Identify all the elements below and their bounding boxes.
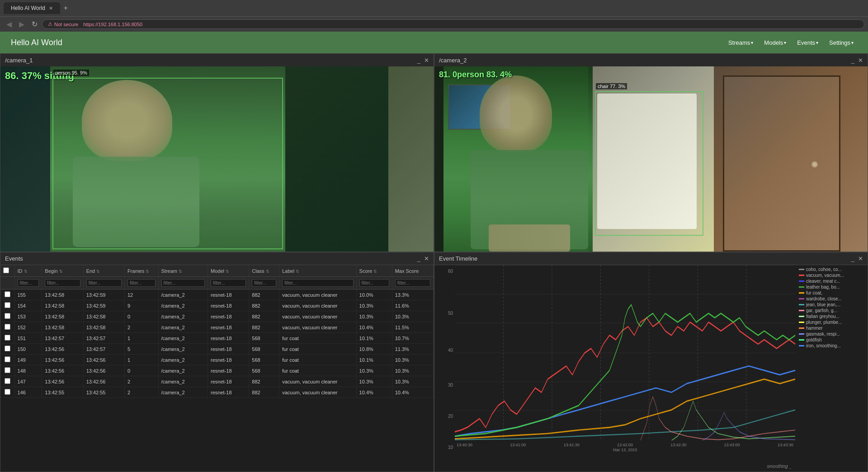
timeline-content: 60 50 40 30 20 10 [434,265,868,472]
x-label-4: 13:42:30 [670,443,686,447]
cell-model-7: resnet-18 [208,365,249,376]
cell-model-6: resnet-18 [208,355,249,365]
settings-menu[interactable]: Settings [826,37,857,48]
cell-model-3: resnet-18 [208,322,249,333]
col-header-label[interactable]: Label ⇅ [279,265,356,277]
row-select-9[interactable] [0,387,14,398]
cell-stream-0: /camera_2 [158,290,208,300]
table-row[interactable]: 149 13:42:56 13:42:56 1 /camera_2 resnet… [0,355,434,365]
table-row[interactable]: 155 13:42:58 13:42:59 12 /camera_2 resne… [0,290,434,300]
streams-menu[interactable]: Streams [725,37,757,48]
cell-label-7: fur coat [279,365,356,376]
row-select-2[interactable] [0,311,14,322]
forward-button[interactable]: ▶ [16,19,27,29]
legend-color-12 [799,339,804,341]
cell-begin-7: 13:42:56 [42,365,83,376]
col-header-stream[interactable]: Stream ⇅ [158,265,208,277]
filter-id[interactable] [14,277,42,290]
table-row[interactable]: 153 13:42:58 13:42:58 0 /camera_2 resnet… [0,311,434,322]
legend-item-5: wardrobe, close... [799,296,864,301]
table-row[interactable]: 154 13:42:58 13:42:59 9 /camera_2 resnet… [0,300,434,311]
col-header-end[interactable]: End ⇅ [83,265,124,277]
legend-color-0 [799,269,804,270]
table-row[interactable]: 147 13:42:56 13:42:56 2 /camera_2 resnet… [0,376,434,387]
camera2-panel: /camera_2 _ ✕ [434,53,868,252]
row-select-7[interactable] [0,365,14,376]
events-close-icon[interactable]: ✕ [424,255,429,262]
col-header-maxscore[interactable]: Max Score [392,265,433,277]
reload-button[interactable]: ↻ [29,19,40,29]
timeline-close-icon[interactable]: ✕ [858,255,863,262]
row-select-3[interactable] [0,322,14,333]
camera2-minimize-icon[interactable]: _ [851,57,854,64]
filter-frames[interactable] [124,277,158,290]
legend-color-9 [799,322,804,323]
filter-model-input[interactable] [211,279,246,287]
filter-end[interactable] [83,277,124,290]
table-row[interactable]: 150 13:42:56 13:42:57 5 /camera_2 resnet… [0,344,434,355]
events-label: Events [797,39,815,46]
browser-tab[interactable]: Hello AI World ✕ [4,2,60,14]
back-button[interactable]: ◀ [4,19,14,29]
legend-color-4 [799,292,804,294]
security-icon: ⚠ [48,21,52,27]
camera2-close-icon[interactable]: ✕ [858,57,863,64]
events-menu[interactable]: Events [793,37,822,48]
col-header-model[interactable]: Model ⇅ [208,265,249,277]
filter-score[interactable] [356,277,392,290]
legend-item-11: gasmask, respi... [799,332,864,336]
events-table: ID ⇅ Begin ⇅ End ⇅ Frames ⇅ Stream ⇅ Mod… [0,265,434,398]
tab-close-icon[interactable]: ✕ [49,5,53,11]
events-table-body: 155 13:42:58 13:42:59 12 /camera_2 resne… [0,290,434,398]
filter-stream[interactable] [158,277,208,290]
cell-score-7: 10.3% [356,365,392,376]
col-header-score[interactable]: Score ⇅ [356,265,392,277]
col-header-class[interactable]: Class ⇅ [249,265,279,277]
filter-label[interactable] [279,277,356,290]
events-minimize-icon[interactable]: _ [417,255,420,262]
camera1-person-label: person 95. 9% [53,70,89,76]
filter-maxscore[interactable] [392,277,433,290]
timeline-minimize-icon[interactable]: _ [851,255,854,262]
legend-item-3: leather bag, bo... [799,285,864,290]
filter-begin[interactable] [42,277,83,290]
table-row[interactable]: 148 13:42:56 13:42:56 0 /camera_2 resnet… [0,365,434,376]
col-header-id[interactable]: ID ⇅ [14,265,42,277]
table-row[interactable]: 152 13:42:58 13:42:58 2 /camera_2 resnet… [0,322,434,333]
row-select-5[interactable] [0,344,14,355]
table-row[interactable]: 151 13:42:57 13:42:57 1 /camera_2 resnet… [0,333,434,344]
row-select-0[interactable] [0,290,14,300]
address-field[interactable]: ⚠ Not secure https://192.168.1.156:8050 [42,19,864,29]
filter-score-input[interactable] [359,279,389,287]
cell-end-7: 13:42:56 [83,365,124,376]
row-select-6[interactable] [0,355,14,365]
models-label: Models [764,39,783,46]
filter-class-input[interactable] [252,279,276,287]
camera1-minimize-icon[interactable]: _ [417,57,420,64]
row-select-4[interactable] [0,333,14,344]
models-menu[interactable]: Models [760,37,790,48]
new-tab-icon[interactable]: + [64,4,68,12]
row-select-1[interactable] [0,300,14,311]
table-row[interactable]: 146 13:42:55 13:42:55 2 /camera_2 resnet… [0,387,434,398]
filter-id-input[interactable] [18,279,39,287]
legend-color-5 [799,298,804,299]
filter-begin-input[interactable] [45,279,80,287]
filter-class[interactable] [249,277,279,290]
filter-frames-input[interactable] [127,279,156,287]
filter-maxscore-input[interactable] [395,279,430,287]
cell-model-9: resnet-18 [208,387,249,398]
camera2-header: /camera_2 _ ✕ [434,54,868,66]
cell-maxscore-8: 10.3% [392,376,433,387]
row-select-8[interactable] [0,376,14,387]
filter-model[interactable] [208,277,249,290]
legend-text-9: plunger, plumbe... [806,320,842,325]
filter-stream-input[interactable] [161,279,205,287]
filter-end-input[interactable] [86,279,122,287]
select-all-checkbox[interactable] [0,265,14,277]
camera1-close-icon[interactable]: ✕ [424,57,429,64]
col-header-frames[interactable]: Frames ⇅ [124,265,158,277]
col-header-begin[interactable]: Begin ⇅ [42,265,83,277]
events-table-container[interactable]: ID ⇅ Begin ⇅ End ⇅ Frames ⇅ Stream ⇅ Mod… [0,265,434,472]
filter-label-input[interactable] [282,279,353,287]
